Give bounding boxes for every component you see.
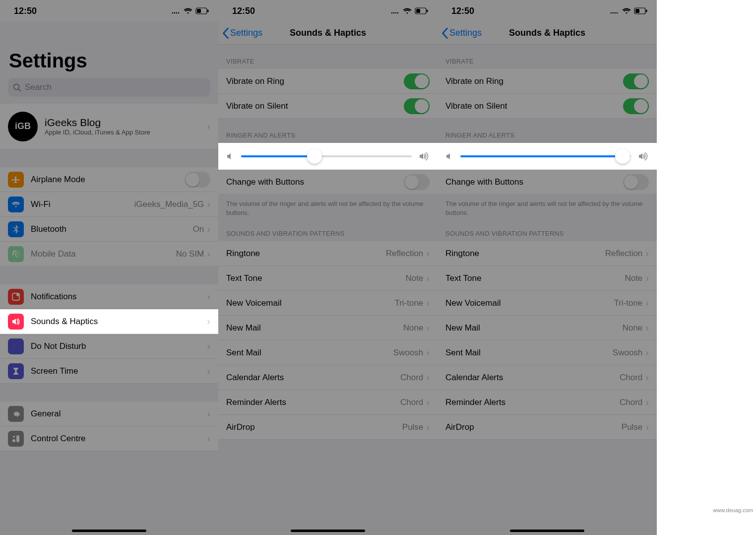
row-value: Swoosh	[393, 348, 426, 358]
chevron-right-icon: ›	[207, 199, 210, 210]
chevron-right-icon: ›	[426, 272, 430, 284]
row-label: Text Tone	[226, 273, 262, 283]
chevron-right-icon: ›	[207, 365, 210, 377]
wifi-icon	[403, 7, 412, 14]
svg-point-24	[617, 12, 618, 14]
settings-row-controlcentre[interactable]: Control Centre›	[0, 426, 218, 451]
screentime-icon	[8, 363, 24, 379]
section-ringer: RINGER AND ALERTS	[438, 119, 657, 143]
svg-point-2	[176, 12, 178, 14]
appleid-row[interactable]: iGB iGeeks Blog Apple ID, iCloud, iTunes…	[0, 104, 218, 149]
home-indicator[interactable]	[72, 530, 146, 532]
svg-rect-6	[197, 9, 201, 13]
section-vibrate: VIBRATE	[438, 45, 657, 69]
settings-row-mobiledata[interactable]: Mobile DataNo SIM›	[0, 242, 218, 267]
general-icon	[8, 406, 24, 422]
row-label: Vibrate on Silent	[445, 101, 507, 111]
sound-pattern-row[interactable]: New MailNone›	[438, 316, 657, 340]
row-label: AirDrop	[226, 422, 255, 432]
svg-rect-19	[427, 10, 428, 12]
section-patterns: SOUNDS AND VIBRATION PATTERNS	[218, 217, 438, 241]
volume-min-icon	[226, 152, 234, 160]
chevron-right-icon: ›	[426, 347, 430, 358]
vibrate-on-silent-row[interactable]: Vibrate on Silent	[438, 94, 657, 119]
nav-bar: Settings Sounds & Haptics	[218, 22, 438, 45]
status-bar: 12:50	[438, 0, 657, 22]
row-value: None	[623, 323, 646, 333]
settings-row-sounds[interactable]: Sounds & Haptics›	[0, 309, 218, 334]
svg-point-23	[615, 12, 616, 14]
sound-pattern-row[interactable]: Calendar AlertsChord›	[438, 365, 657, 390]
sound-pattern-row[interactable]: Text ToneNote›	[438, 266, 657, 291]
chevron-right-icon: ›	[645, 272, 649, 284]
row-value: Chord	[620, 398, 645, 407]
home-indicator[interactable]	[510, 530, 584, 532]
avatar: iGB	[8, 112, 38, 141]
sound-pattern-row[interactable]: New VoicemailTri-tone›	[438, 291, 657, 316]
toggle[interactable]	[623, 73, 649, 89]
row-value: iGeeks_Media_5G	[134, 200, 207, 209]
sound-pattern-row[interactable]: Calendar AlertsChord›	[218, 365, 438, 390]
row-label: Reminder Alerts	[445, 398, 505, 407]
slider-thumb[interactable]	[615, 149, 630, 164]
row-value: Swoosh	[613, 348, 645, 358]
toggle[interactable]	[404, 174, 430, 190]
search-input[interactable]: Search	[8, 78, 210, 97]
vibrate-on-silent-row[interactable]: Vibrate on Silent	[218, 94, 438, 119]
volume-slider[interactable]	[241, 155, 412, 157]
svg-rect-13	[16, 435, 19, 442]
volume-slider-row[interactable]	[218, 143, 438, 170]
home-indicator[interactable]	[291, 530, 365, 532]
slider-thumb[interactable]	[307, 149, 322, 164]
toggle[interactable]	[404, 73, 430, 89]
row-label: Screen Time	[31, 366, 78, 376]
settings-row-notifications[interactable]: Notifications›	[0, 284, 218, 309]
row-label: Change with Buttons	[445, 177, 523, 187]
vibrate-on-ring-row[interactable]: Vibrate on Ring	[438, 69, 657, 94]
toggle[interactable]	[623, 98, 649, 114]
row-label: Airplane Mode	[31, 175, 85, 185]
change-with-buttons-row[interactable]: Change with Buttons	[218, 170, 438, 195]
status-bar: 12:50	[218, 0, 438, 22]
row-label: New Mail	[226, 323, 261, 333]
change-with-buttons-row[interactable]: Change with Buttons	[438, 170, 657, 195]
row-label: Ringtone	[226, 249, 260, 259]
sound-pattern-row[interactable]: Reminder AlertsChord›	[218, 390, 438, 415]
toggle[interactable]	[623, 174, 649, 190]
settings-row-bluetooth[interactable]: BluetoothOn›	[0, 217, 218, 242]
toggle[interactable]	[404, 98, 430, 114]
chevron-right-icon: ›	[645, 297, 649, 309]
sound-pattern-row[interactable]: AirDropPulse›	[438, 415, 657, 440]
sound-pattern-row[interactable]: New VoicemailTri-tone›	[218, 291, 438, 316]
row-label: AirDrop	[445, 422, 474, 432]
settings-row-wifi[interactable]: Wi-FiiGeeks_Media_5G›	[0, 192, 218, 217]
wifi-icon	[622, 7, 631, 14]
section-footer: The volume of the ringer and alerts will…	[438, 195, 657, 217]
row-label: General	[31, 409, 61, 419]
volume-slider[interactable]	[460, 155, 631, 157]
settings-row-airplane[interactable]: Airplane Mode	[0, 167, 218, 192]
sound-pattern-row[interactable]: Text ToneNote›	[218, 266, 438, 291]
toggle[interactable]	[185, 172, 210, 188]
settings-row-screentime[interactable]: Screen Time›	[0, 359, 218, 384]
chevron-right-icon: ›	[426, 372, 430, 383]
svg-rect-5	[207, 10, 209, 12]
sound-pattern-row[interactable]: AirDropPulse›	[218, 415, 438, 440]
profile-subtitle: Apple ID, iCloud, iTunes & App Store	[45, 129, 150, 136]
sound-pattern-row[interactable]: Sent MailSwoosh›	[438, 340, 657, 365]
sound-pattern-row[interactable]: Reminder AlertsChord›	[438, 390, 657, 415]
settings-row-dnd[interactable]: Do Not Disturb›	[0, 334, 218, 359]
sound-pattern-row[interactable]: New MailNone›	[218, 316, 438, 340]
settings-row-general[interactable]: General›	[0, 401, 218, 426]
vibrate-on-ring-row[interactable]: Vibrate on Ring	[218, 69, 438, 94]
sound-pattern-row[interactable]: Sent MailSwoosh›	[218, 340, 438, 365]
svg-point-21	[611, 12, 612, 14]
row-label: Sent Mail	[445, 348, 481, 358]
search-icon	[13, 83, 21, 92]
sound-pattern-row[interactable]: RingtoneReflection›	[438, 241, 657, 266]
volume-slider-row[interactable]	[438, 143, 657, 170]
sound-pattern-row[interactable]: RingtoneReflection›	[218, 241, 438, 266]
chevron-right-icon: ›	[426, 421, 430, 433]
row-value: Note	[625, 273, 645, 283]
row-label: New Voicemail	[445, 298, 501, 308]
